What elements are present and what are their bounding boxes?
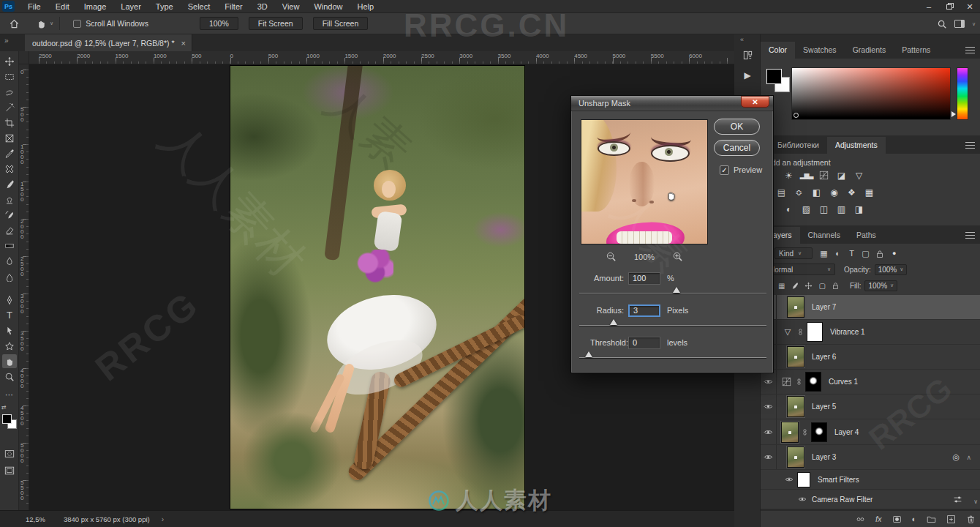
hue-slider-arrow[interactable] (951, 111, 956, 117)
type-tool[interactable]: T (2, 308, 17, 322)
visibility-eye-icon[interactable] (781, 470, 797, 489)
smart-filter-mask-thumbnail[interactable] (797, 472, 810, 487)
workspace-dropdown-icon[interactable]: ∨ (972, 21, 976, 27)
foreground-color-swatch[interactable] (2, 414, 12, 424)
restore-button[interactable] (946, 4, 952, 10)
menu-select[interactable]: Select (181, 0, 218, 13)
selective-color-icon[interactable]: ◨ (853, 203, 865, 214)
move-tool[interactable] (2, 54, 17, 68)
clone-stamp-tool[interactable] (2, 193, 17, 206)
layer-thumbnail[interactable] (787, 296, 804, 318)
invert-icon[interactable]: ◐ (783, 203, 795, 214)
search-icon[interactable] (937, 18, 947, 29)
tab-paths[interactable]: Paths (848, 227, 884, 244)
amount-input[interactable]: 100 (628, 272, 660, 285)
home-icon[interactable] (9, 18, 20, 29)
toolbar-collapse-icon[interactable]: » (4, 37, 9, 45)
menu-help[interactable]: Help (350, 0, 382, 13)
color-lookup-icon[interactable]: ▦ (863, 187, 875, 198)
smart-object-thumbnail[interactable] (787, 446, 804, 468)
layer-name[interactable]: Layer 5 (812, 403, 836, 411)
radius-input[interactable]: 3 (628, 304, 660, 317)
lasso-tool[interactable] (2, 85, 17, 99)
brightness-contrast-icon[interactable]: ☀ (783, 170, 795, 181)
filter-adjustment-layers-icon[interactable]: ◐ (831, 249, 845, 258)
tab-adjustments[interactable]: Adjustments (827, 137, 886, 154)
visibility-eye-icon[interactable] (794, 490, 810, 509)
lock-all-icon[interactable] (832, 281, 840, 290)
filter-type-layers-icon[interactable]: T (845, 249, 859, 258)
delete-layer-icon[interactable] (966, 514, 976, 524)
layer-mask-thumbnail[interactable] (805, 372, 821, 392)
black-white-icon[interactable]: ◧ (810, 187, 823, 198)
history-brush-tool[interactable] (2, 208, 17, 222)
hand-tool-dropdown-icon[interactable]: ∨ (50, 20, 53, 26)
menu-view[interactable]: View (275, 0, 307, 13)
filter-name[interactable]: Camera Raw Filter (812, 496, 872, 504)
cancel-button[interactable]: Cancel (714, 140, 760, 156)
new-adjustment-layer-icon[interactable]: ◐ (912, 515, 917, 523)
amount-slider[interactable] (579, 293, 766, 294)
gradient-tool[interactable] (2, 239, 17, 253)
blur-tool[interactable] (2, 254, 17, 268)
menu-type[interactable]: Type (148, 0, 181, 13)
fill-value[interactable]: 100%∨ (864, 280, 897, 291)
zoom-100-button[interactable]: 100% (200, 17, 238, 30)
eraser-tool[interactable] (2, 223, 17, 237)
path-selection-tool[interactable] (2, 324, 17, 337)
eyedropper-tool[interactable] (2, 146, 17, 160)
filter-toggle-icon[interactable]: ● (892, 250, 896, 257)
vibrance-icon[interactable]: ▽ (853, 170, 865, 181)
visibility-eye-icon[interactable] (761, 445, 777, 469)
new-layer-icon[interactable] (946, 514, 956, 524)
workspace-icon[interactable] (954, 20, 965, 28)
layer-mask-thumbnail[interactable] (807, 322, 823, 342)
channel-mixer-icon[interactable]: ❖ (845, 187, 858, 198)
tab-libraries[interactable]: Библиотеки (769, 137, 827, 154)
hand-tool-icon[interactable] (36, 18, 47, 29)
zoom-tool[interactable] (2, 370, 17, 384)
layer-row-layer7[interactable]: Layer 7 (761, 295, 980, 320)
close-button[interactable]: ✕ (960, 0, 980, 13)
collapsed-panel-icon[interactable] (738, 46, 757, 64)
play-panel-icon[interactable]: ▶ (738, 67, 757, 84)
mask-link-icon[interactable] (796, 327, 804, 337)
layer-name[interactable]: Vibrance 1 (830, 328, 865, 336)
exposure-icon[interactable]: ◪ (835, 170, 848, 181)
mask-link-icon[interactable] (801, 427, 809, 437)
layer-mask-thumbnail[interactable] (811, 422, 827, 442)
ruler-corner[interactable] (19, 51, 29, 64)
tab-channels[interactable]: Channels (800, 227, 848, 244)
fit-screen-button[interactable]: Fit Screen (249, 17, 303, 30)
filter-preview-image[interactable] (581, 119, 708, 244)
hand-tool-selected[interactable] (2, 354, 17, 368)
lock-artboard-icon[interactable]: ▢ (818, 282, 825, 290)
layer-thumbnail[interactable] (787, 396, 804, 417)
brush-tool[interactable] (2, 177, 17, 191)
menu-image[interactable]: Image (77, 0, 114, 13)
menu-file[interactable]: File (20, 0, 48, 13)
add-mask-icon[interactable] (892, 514, 902, 524)
status-chevron-icon[interactable]: › (162, 515, 164, 523)
radius-slider[interactable] (579, 325, 766, 326)
marquee-tool[interactable] (2, 70, 17, 83)
healing-brush-tool[interactable] (2, 162, 17, 176)
menu-layer[interactable]: Layer (113, 0, 148, 13)
edit-toolbar-icon[interactable]: ⋯ (2, 388, 17, 402)
smart-filter-toggle-icon[interactable]: ◎ (952, 452, 960, 462)
layer-name[interactable]: Layer 4 (834, 428, 859, 436)
tab-color[interactable]: Color (761, 42, 795, 59)
fill-screen-button[interactable]: Fill Screen (313, 17, 369, 30)
layer-row-layer5[interactable]: Layer 5 (761, 395, 980, 419)
filter-pixel-layers-icon[interactable]: ▦ (817, 249, 831, 258)
hue-strip[interactable] (957, 67, 968, 120)
zoom-out-icon[interactable] (606, 251, 617, 262)
tab-close-icon[interactable]: × (181, 39, 186, 48)
document-tab[interactable]: outdoor.psd @ 12,5% (Layer 7, RGB/8*) * … (25, 34, 192, 51)
menu-filter[interactable]: Filter (217, 0, 249, 13)
layer-name[interactable]: Smart Filters (818, 476, 859, 484)
color-field-cursor[interactable] (794, 113, 799, 118)
color-balance-icon[interactable]: ≎ (793, 187, 805, 198)
visibility-eye-icon[interactable] (761, 395, 777, 419)
scroll-all-windows-checkbox[interactable] (73, 20, 81, 28)
